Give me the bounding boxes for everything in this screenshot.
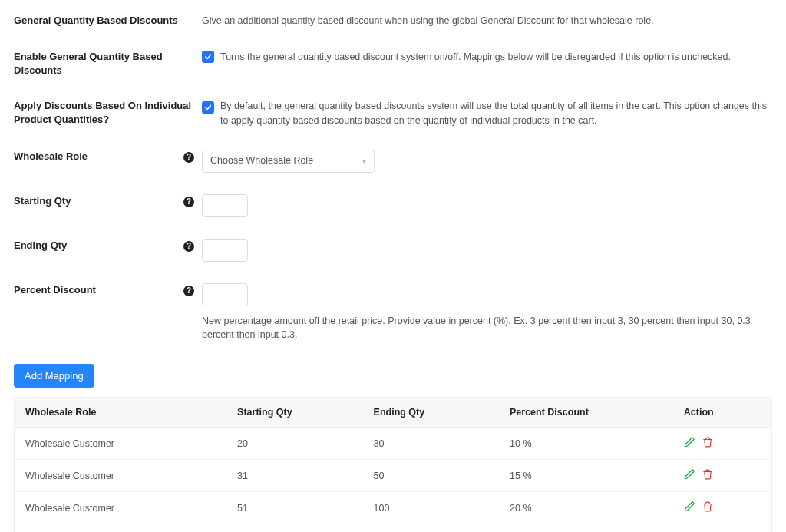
cell-role: Wholesale Customer <box>15 428 226 459</box>
delete-icon[interactable] <box>702 437 713 450</box>
cell-start: 101 <box>226 524 362 532</box>
delete-icon[interactable] <box>702 469 713 482</box>
percent-label: Percent Discount <box>14 283 179 297</box>
role-select[interactable]: Choose Wholesale Role ▾ <box>202 150 375 173</box>
start-qty-input[interactable] <box>202 194 248 217</box>
table-row: Wholesale Customer315015 % <box>15 460 771 492</box>
cell-action <box>673 492 771 524</box>
mappings-table: Wholesale Role Starting Qty Ending Qty P… <box>14 397 772 532</box>
cell-start: 51 <box>226 492 362 524</box>
cell-action <box>673 460 771 491</box>
end-qty-input[interactable] <box>202 239 248 262</box>
col-action: Action <box>673 398 771 427</box>
col-role: Wholesale Role <box>15 398 226 427</box>
help-icon[interactable]: ? <box>183 286 194 296</box>
section-title: General Quantity Based Discounts <box>14 14 194 28</box>
cell-discount: 25 % <box>499 524 673 532</box>
percent-input[interactable] <box>202 283 248 306</box>
cell-role: Wholesale Customer <box>15 460 226 491</box>
cell-end: 50 <box>363 460 499 491</box>
start-qty-label: Starting Qty <box>14 194 179 208</box>
chevron-down-icon: ▾ <box>362 155 366 167</box>
col-start: Starting Qty <box>226 398 362 427</box>
edit-icon[interactable] <box>684 469 695 482</box>
add-mapping-button[interactable]: Add Mapping <box>14 364 94 388</box>
cell-end: 200 <box>363 524 499 532</box>
cell-role: Wholesale Customer <box>15 524 226 532</box>
edit-icon[interactable] <box>684 437 695 450</box>
cell-start: 31 <box>226 460 362 491</box>
individual-description: By default, the general quantity based d… <box>220 99 772 128</box>
cell-discount: 10 % <box>499 428 673 459</box>
enable-checkbox[interactable] <box>202 51 214 63</box>
cell-end: 100 <box>363 492 499 524</box>
table-row: Wholesale Customer5110020 % <box>15 492 771 524</box>
help-icon[interactable]: ? <box>183 241 194 252</box>
individual-label: Apply Discounts Based On Individual Prod… <box>14 99 194 127</box>
enable-description: Turns the general quantity based discoun… <box>220 50 731 64</box>
cell-start: 20 <box>226 428 362 459</box>
role-select-value: Choose Wholesale Role <box>210 154 313 168</box>
help-icon[interactable]: ? <box>183 197 194 207</box>
cell-discount: 20 % <box>499 492 673 524</box>
table-row: Wholesale Customer203010 % <box>15 428 771 460</box>
edit-icon[interactable] <box>684 501 695 514</box>
end-qty-label: Ending Qty <box>14 239 179 253</box>
table-header: Wholesale Role Starting Qty Ending Qty P… <box>15 398 771 428</box>
delete-icon[interactable] <box>702 501 713 514</box>
col-discount: Percent Discount <box>499 398 673 427</box>
help-icon[interactable]: ? <box>183 152 194 163</box>
table-row: Wholesale Customer10120025 % <box>15 524 771 532</box>
cell-action <box>673 524 771 532</box>
cell-action <box>673 428 771 459</box>
percent-hint: New percentage amount off the retail pri… <box>202 314 772 343</box>
col-end: Ending Qty <box>363 398 499 427</box>
cell-discount: 15 % <box>499 460 673 491</box>
cell-end: 30 <box>363 428 499 459</box>
individual-checkbox[interactable] <box>202 101 214 114</box>
role-label: Wholesale Role <box>14 150 179 164</box>
enable-label: Enable General Quantity Based Discounts <box>14 50 194 78</box>
cell-role: Wholesale Customer <box>15 492 226 524</box>
section-description: Give an additional quantity based discou… <box>202 14 772 28</box>
